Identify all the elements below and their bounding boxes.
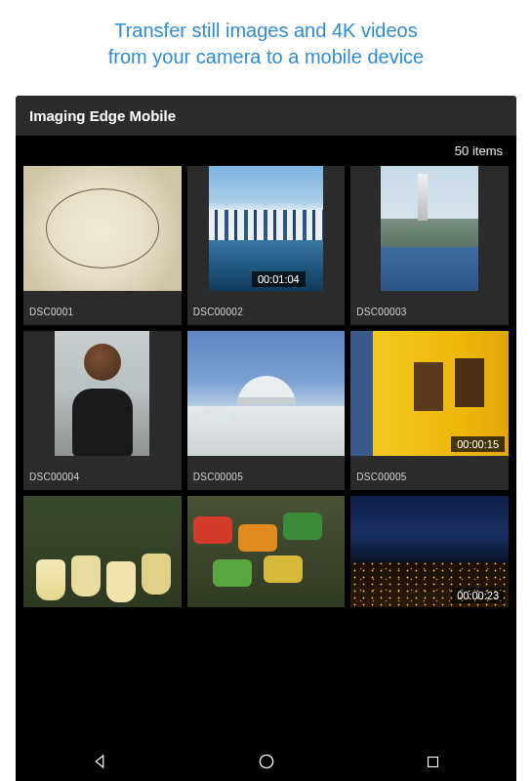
media-item[interactable]: DSC0001 [23,166,182,325]
media-filename: DSC00005 [187,456,346,490]
nav-back-button[interactable] [70,753,129,770]
media-filename: DSC0001 [23,291,182,325]
image-yellow-wall: 00:00:15 [350,331,509,456]
thumbnail: 00:01:04 [187,166,346,291]
svg-rect-1 [429,757,438,766]
media-item[interactable]: 00:00:15 DSC00005 [350,331,509,490]
image-pottery [23,496,182,607]
media-item[interactable] [187,496,346,607]
image-market [187,496,346,607]
thumbnail: 00:00:23 [350,496,509,607]
grid-row: DSC0001 00:01:04 DSC00002 DSC00003 [23,166,509,325]
media-filename: DSC00005 [350,456,509,490]
media-item[interactable]: DSC00005 [187,331,346,490]
thumbnail: 00:00:15 [350,331,509,456]
grid-row: DSC00004 DSC00005 00:00:15 DSC00005 [23,331,509,490]
circle-home-icon [257,752,276,771]
video-duration: 00:00:15 [451,436,505,452]
image-harbor: 00:01:04 [209,166,322,291]
thumbnail [187,331,346,456]
svg-point-0 [260,755,272,767]
media-item[interactable]: DSC00003 [350,166,509,325]
media-item[interactable] [23,496,182,607]
square-recent-icon [425,754,441,770]
media-filename: DSC00002 [187,291,346,325]
app-title: Imaging Edge Mobile [29,107,176,124]
items-count: 50 items [16,136,516,162]
app-title-bar: Imaging Edge Mobile [16,96,516,136]
thumbnail [23,166,182,291]
promo-heading: Transfer still images and 4K videos from… [0,0,532,84]
image-night-city: 00:00:23 [350,496,509,607]
android-navbar [16,742,516,781]
media-item[interactable]: DSC00004 [23,331,182,490]
thumbnail [23,496,182,607]
video-duration: 00:01:04 [252,271,306,287]
media-filename: DSC00004 [23,456,182,490]
thumbnail [23,331,182,456]
promo-line-2: from your camera to a mobile device [20,44,512,70]
image-sundial [23,166,182,291]
video-duration: 00:00:23 [451,588,505,603]
image-domes [187,331,346,456]
media-grid: DSC0001 00:01:04 DSC00002 DSC00003 [16,162,516,617]
thumbnail [187,496,346,607]
grid-row: 00:00:23 [23,496,509,607]
nav-recent-button[interactable] [404,754,463,770]
device-screenshot-frame: Imaging Edge Mobile 50 items DSC0001 00:… [16,96,516,781]
image-portrait [55,331,149,456]
promo-line-1: Transfer still images and 4K videos [20,18,512,44]
nav-home-button[interactable] [237,752,296,771]
thumbnail [350,166,509,291]
media-item[interactable]: 00:01:04 DSC00002 [187,166,346,325]
image-cliff [381,166,478,291]
media-filename: DSC00003 [350,291,509,325]
triangle-back-icon [91,753,108,770]
media-item[interactable]: 00:00:23 [350,496,509,607]
